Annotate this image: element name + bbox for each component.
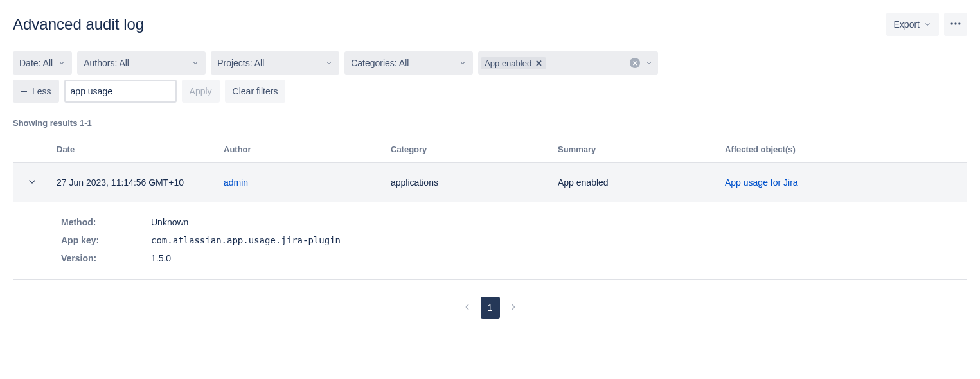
more-actions-button[interactable] xyxy=(944,13,967,36)
chevron-right-icon xyxy=(509,303,518,313)
export-button[interactable]: Export xyxy=(886,13,939,36)
detail-appkey-label: App key: xyxy=(61,235,125,245)
pagination: 1 xyxy=(13,297,967,319)
apply-button: Apply xyxy=(182,80,220,103)
clear-filter-icon[interactable]: ✕ xyxy=(630,58,640,68)
less-button[interactable]: Less xyxy=(13,80,59,103)
page-title: Advanced audit log xyxy=(13,15,144,33)
chevron-down-icon xyxy=(325,59,333,67)
filter-categories-label: Categories: All xyxy=(351,58,409,68)
svg-point-0 xyxy=(951,22,953,24)
chevron-down-icon xyxy=(27,177,37,189)
chevron-left-icon xyxy=(463,303,472,313)
next-page-button xyxy=(504,297,523,319)
detail-version-label: Version: xyxy=(61,253,125,263)
filter-tag-chip[interactable]: App enabled ✕ xyxy=(481,57,546,69)
chevron-down-icon xyxy=(459,59,467,67)
svg-point-1 xyxy=(954,22,956,24)
prev-page-button xyxy=(458,297,477,319)
filter-projects[interactable]: Projects: All xyxy=(211,51,339,75)
cell-summary: App enabled xyxy=(553,163,720,202)
col-summary: Summary xyxy=(553,137,720,163)
col-affected: Affected object(s) xyxy=(720,137,967,163)
less-label: Less xyxy=(32,86,51,96)
filter-authors[interactable]: Authors: All xyxy=(77,51,206,75)
clear-filters-button[interactable]: Clear filters xyxy=(225,80,286,103)
search-input-wrapper xyxy=(64,80,177,103)
cell-date: 27 Jun 2023, 11:14:56 GMT+10 xyxy=(51,163,218,202)
col-date: Date xyxy=(51,137,218,163)
col-author: Author xyxy=(218,137,386,163)
detail-method-value: Unknown xyxy=(151,217,188,227)
chevron-down-icon xyxy=(192,59,199,67)
filter-categories[interactable]: Categories: All xyxy=(344,51,473,75)
filter-tag-label: App enabled xyxy=(485,58,531,68)
filter-summary[interactable]: App enabled ✕ ✕ xyxy=(478,51,658,75)
chevron-down-icon xyxy=(645,59,653,67)
chevron-down-icon xyxy=(58,59,66,67)
filter-date-label: Date: All xyxy=(19,58,53,68)
search-input[interactable] xyxy=(71,86,183,96)
remove-tag-icon[interactable]: ✕ xyxy=(535,58,542,68)
cell-category: applications xyxy=(386,163,553,202)
more-horizontal-icon xyxy=(949,17,962,32)
cell-author-link[interactable]: admin xyxy=(224,177,248,188)
table-row: 27 Jun 2023, 11:14:56 GMT+10 admin appli… xyxy=(13,163,967,202)
detail-appkey-value: com.atlassian.app.usage.jira-plugin xyxy=(151,235,341,245)
detail-version-value: 1.5.0 xyxy=(151,253,171,263)
filter-authors-label: Authors: All xyxy=(84,58,129,68)
export-label: Export xyxy=(894,19,920,30)
col-category: Category xyxy=(386,137,553,163)
cell-affected-link[interactable]: App usage for Jira xyxy=(725,177,798,188)
expand-row-button[interactable] xyxy=(24,175,40,190)
chevron-down-icon xyxy=(923,21,931,28)
minus-icon xyxy=(21,91,27,92)
svg-point-2 xyxy=(958,22,960,24)
apply-label: Apply xyxy=(190,86,212,96)
clear-filters-label: Clear filters xyxy=(233,86,278,96)
row-details: Method: Unknown App key: com.atlassian.a… xyxy=(13,202,967,280)
filter-date[interactable]: Date: All xyxy=(13,51,72,75)
filter-projects-label: Projects: All xyxy=(217,58,264,68)
detail-method-label: Method: xyxy=(61,217,125,227)
audit-table: Date Author Category Summary Affected ob… xyxy=(13,137,967,202)
page-1-button[interactable]: 1 xyxy=(481,297,500,319)
results-summary: Showing results 1-1 xyxy=(13,118,967,128)
